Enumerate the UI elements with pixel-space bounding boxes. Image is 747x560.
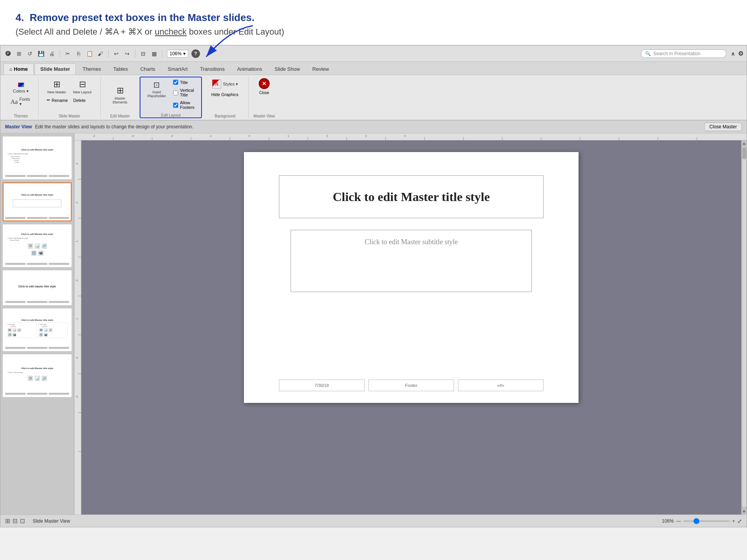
slide-thumb-3[interactable]: Click to edit Master title style • Click… xyxy=(3,224,72,267)
scroll-thumb[interactable] xyxy=(742,148,746,159)
edit-layout-group: ⊡ InsertPlaceholder Title Vertical Title… xyxy=(140,77,202,118)
toolbar: 🅟 ⊞ ↺ 💾 🖨 ✂ ⎘ 📋 🖌 ↩ ↪ ⊟ ▦ 106% ▾ ? 🔍 Sea… xyxy=(0,46,747,62)
slide-5-dual-col: • text style – second 🖼 📊 🔗 🔢 📹 xyxy=(7,322,68,338)
tab-home[interactable]: ⌂ Home xyxy=(4,63,34,75)
separator-1 xyxy=(60,50,60,58)
redo-icon[interactable]: ↪ xyxy=(123,49,132,58)
tab-slide-show[interactable]: Slide Show xyxy=(269,63,306,75)
svg-text:1: 1 xyxy=(75,241,78,242)
ruler-horizontal: -4 -3 -2 -1 0 1 2 3 4 xyxy=(74,133,747,140)
grid-view-icon[interactable]: ⊟ xyxy=(139,49,148,58)
svg-text:-3: -3 xyxy=(75,396,78,398)
tab-themes[interactable]: Themes xyxy=(77,63,107,75)
slide-thumb-6[interactable]: Click to edit Master title style • Click… xyxy=(3,354,72,397)
rename-button[interactable]: ✏ Rename xyxy=(45,97,70,103)
zoom-minus-icon[interactable]: — xyxy=(676,518,681,524)
slide-6-icons: 🖼 📊 🔗 xyxy=(28,376,47,381)
svg-text:3: 3 xyxy=(365,135,367,137)
title-checkbox-label[interactable]: Title xyxy=(172,79,196,86)
tab-tables[interactable]: Tables xyxy=(107,63,134,75)
svg-text:3: 3 xyxy=(75,163,78,164)
reading-view-icon[interactable]: ⊡ xyxy=(20,517,25,525)
cut-icon[interactable]: ✂ xyxy=(63,49,72,58)
edit-master-group: ⊞ Master Elements Edit Master xyxy=(101,77,140,118)
slide-thumb-2[interactable]: Click to edit Master title style xyxy=(3,182,72,221)
layout-icon[interactable]: ▦ xyxy=(149,49,159,58)
tab-slide-master[interactable]: Slide Master xyxy=(35,63,76,75)
close-button[interactable]: ✕ xyxy=(259,78,270,89)
canvas-body: 3 2 1 0 -1 -2 -3 Click to edit Master xyxy=(74,140,747,514)
slide-2-subtitle-box xyxy=(13,200,62,207)
vertical-title-checkbox[interactable] xyxy=(173,90,178,95)
delete-button[interactable]: Delete xyxy=(72,97,87,103)
right-scrollbar[interactable]: ▲ ▼ xyxy=(741,140,747,514)
scroll-track[interactable] xyxy=(742,148,746,507)
zoom-slider[interactable] xyxy=(683,520,730,522)
ribbon-tabs: ⌂ Home Slide Master Themes Tables Charts… xyxy=(0,62,747,75)
canvas-scroll[interactable]: Click to edit Master title style Click t… xyxy=(81,140,741,514)
refresh-icon[interactable]: ↺ xyxy=(25,49,35,58)
fit-window-icon[interactable]: ⤢ xyxy=(737,518,742,524)
scroll-down-arrow[interactable]: ▼ xyxy=(742,509,747,514)
svg-text:2: 2 xyxy=(326,135,328,137)
allow-footers-checkbox[interactable] xyxy=(173,103,178,108)
chevron-up-icon[interactable]: ∧ xyxy=(731,51,735,57)
master-view-group-label: Master View xyxy=(249,114,280,118)
title-checkbox[interactable] xyxy=(173,80,178,85)
footer-label-box[interactable]: Footer xyxy=(368,380,454,391)
colors-button[interactable]: Colors ▾ xyxy=(8,82,33,94)
close-master-button[interactable]: Close Master xyxy=(704,122,742,131)
save-icon[interactable]: 💾 xyxy=(36,49,46,58)
slide-6-icon-3: 🔗 xyxy=(42,376,47,381)
footer-num-box[interactable]: «#» xyxy=(458,380,544,391)
separator-3 xyxy=(135,50,135,58)
background-group-label: Background xyxy=(202,114,248,118)
allow-footers-checkbox-label[interactable]: Allow Footers xyxy=(172,100,196,110)
delete-label: Delete xyxy=(73,98,86,103)
hide-graphics-button[interactable]: Hide Graphics xyxy=(210,91,240,98)
slide-3-icons-row2: 🔢 📹 xyxy=(31,250,44,256)
zoom-plus-icon[interactable]: + xyxy=(732,518,735,524)
slide-thumb-5[interactable]: Click to edit Master title style • text … xyxy=(3,308,72,351)
master-elements-button[interactable]: ⊞ Master Elements xyxy=(105,84,135,105)
slide-5-icon-2: 📊 xyxy=(12,328,16,332)
main-content: Click to edit Master title style • Click… xyxy=(0,133,747,514)
slide-title-box[interactable]: Click to edit Master title style xyxy=(279,175,544,218)
styles-button[interactable]: A Styles ▾ xyxy=(210,78,240,90)
vertical-title-checkbox-label[interactable]: Vertical Title xyxy=(172,87,196,98)
slide-5-icon-9: 🔢 xyxy=(39,333,43,337)
undo-icon[interactable]: ↩ xyxy=(112,49,121,58)
slide-1-footer xyxy=(5,175,69,177)
slide-5-icon-4: 🔢 xyxy=(8,333,12,337)
slide-panel[interactable]: Click to edit Master title style • Click… xyxy=(0,133,74,514)
tab-charts[interactable]: Charts xyxy=(135,63,161,75)
slide-thumb-4[interactable]: Click to edit master title style xyxy=(3,270,72,305)
copy-icon[interactable]: ⎘ xyxy=(74,49,83,58)
paste-icon[interactable]: 📋 xyxy=(85,49,94,58)
tab-review[interactable]: Review xyxy=(307,63,335,75)
format-painter-icon[interactable]: 🖌 xyxy=(96,49,105,58)
footer-label: Footer xyxy=(405,383,417,388)
new-layout-button[interactable]: ⊟ New Layout xyxy=(71,78,94,95)
grid-icon[interactable]: ⊞ xyxy=(14,49,24,58)
new-master-label: New Master xyxy=(47,90,66,94)
powerpoint-icon[interactable]: 🅟 xyxy=(4,49,13,58)
ruler-vertical: 3 2 1 0 -1 -2 -3 xyxy=(74,140,81,514)
fonts-button[interactable]: Aa Fonts ▾ xyxy=(8,96,33,108)
slide-sorter-icon[interactable]: ⊟ xyxy=(12,517,18,525)
insert-placeholder-button[interactable]: ⊡ InsertPlaceholder xyxy=(145,79,168,99)
new-master-button[interactable]: ⊞ New Master xyxy=(45,78,68,95)
svg-text:-1: -1 xyxy=(75,318,78,320)
rename-delete-row: ✏ Rename Delete xyxy=(45,97,87,103)
search-box[interactable]: 🔍 Search in Presentation xyxy=(641,49,726,58)
settings-icon[interactable]: ⚙ xyxy=(738,50,743,57)
footer-date-box[interactable]: 7/30/18 xyxy=(279,380,365,391)
home-icon: ⌂ xyxy=(9,66,12,72)
print-icon[interactable]: 🖨 xyxy=(47,49,56,58)
app-window: 🅟 ⊞ ↺ 💾 🖨 ✂ ⎘ 📋 🖌 ↩ ↪ ⊟ ▦ 106% ▾ ? 🔍 Sea… xyxy=(0,45,747,527)
scroll-up-arrow[interactable]: ▲ xyxy=(742,140,747,146)
slide-subtitle-box[interactable]: Click to edit Master subtitle style xyxy=(291,230,532,292)
slide-thumb-1[interactable]: Click to edit Master title style • Click… xyxy=(3,136,72,179)
slide-3-footer-2 xyxy=(27,263,47,265)
normal-view-icon[interactable]: ⊞ xyxy=(5,517,10,525)
